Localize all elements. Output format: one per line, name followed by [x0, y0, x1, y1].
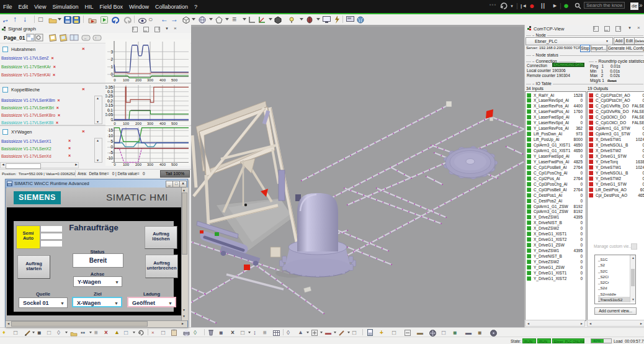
svg-text:0.1: 0.1	[107, 108, 113, 112]
svg-text:100: 100	[123, 163, 130, 166]
svg-text:-10: -10	[107, 156, 114, 160]
svg-text:400: 400	[159, 163, 166, 166]
svg-text:500: 500	[171, 163, 178, 166]
svg-text:300: 300	[147, 122, 154, 125]
svg-text:15: 15	[109, 128, 114, 132]
svg-text:0.05: 0.05	[105, 112, 113, 117]
svg-text:400: 400	[159, 78, 166, 82]
svg-text:200: 200	[135, 122, 142, 125]
svg-text:500: 500	[171, 122, 178, 125]
svg-text:3: 3	[110, 50, 113, 54]
svg-text:500: 500	[171, 78, 178, 82]
svg-text:0: 0	[110, 72, 113, 76]
svg-text:0.25: 0.25	[105, 94, 113, 98]
svg-text:0.35: 0.35	[105, 85, 113, 89]
svg-text:0: 0	[110, 145, 113, 149]
svg-text:5: 5	[110, 139, 113, 143]
svg-text:0.3: 0.3	[107, 89, 113, 94]
svg-text:300: 300	[147, 163, 154, 166]
svg-text:10: 10	[109, 134, 114, 138]
svg-text:200: 200	[135, 163, 142, 166]
svg-text:100: 100	[123, 78, 130, 82]
svg-text:-5: -5	[109, 150, 113, 155]
svg-text:0.2: 0.2	[107, 99, 113, 103]
svg-text:200: 200	[135, 78, 142, 82]
svg-text:2: 2	[110, 57, 113, 61]
svg-text:400: 400	[159, 122, 166, 125]
svg-text:↕: ↕	[95, 36, 97, 40]
svg-text:1: 1	[110, 65, 113, 69]
svg-text:↔: ↔	[84, 36, 87, 40]
svg-text:300: 300	[147, 78, 154, 82]
svg-text:100: 100	[123, 122, 130, 125]
svg-text:0: 0	[110, 117, 113, 122]
svg-text:0.15: 0.15	[105, 103, 113, 107]
